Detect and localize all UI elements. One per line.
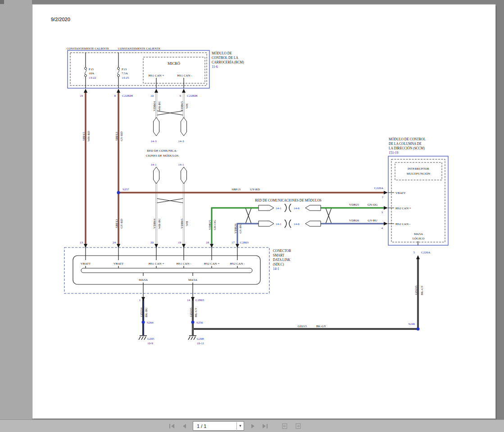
sdlc-pin-label: VBATT <box>81 262 91 266</box>
splice-s264 <box>142 321 145 324</box>
fuse-terminal <box>118 68 120 70</box>
wire-label: SBP13 <box>115 132 118 141</box>
page-number-value: 1 / 1 <box>193 423 236 429</box>
wire-label: SBP15 <box>82 132 86 141</box>
wire-label: VDB26 <box>349 219 359 222</box>
network-label: CIONES DE MÓDULOS <box>146 154 179 158</box>
sdlc-title: SMART <box>273 253 285 257</box>
viewer-canvas: 9/2/2020 CONSTANTEMENTE CALIENTE CONSTAN… <box>0 0 504 419</box>
connector-name: C226A <box>421 251 430 254</box>
bcm-title: CARROCERÍA (BCM) <box>212 60 244 64</box>
next-view-button[interactable] <box>293 422 304 431</box>
fuse-terminal <box>85 68 87 70</box>
fuse-page-ref: 13-25 <box>122 76 129 80</box>
bcm-title: MÓDULO DE <box>212 51 232 55</box>
ground-page-ref: 10-11 <box>197 342 204 345</box>
connector-name: C2280H <box>122 94 133 98</box>
sdlc-pin-label: MASA <box>188 278 197 282</box>
page-ref: 14-3 <box>178 140 184 143</box>
pin-number: 4 <box>381 226 383 230</box>
sdlc-pin-label: HS2 CAN + <box>204 262 220 266</box>
document-date: 9/2/2020 <box>51 17 70 22</box>
wire-color-label: WH <box>185 221 189 226</box>
hot-at-all-times-label: CONSTANTEMENTE CALIENTE <box>118 47 160 50</box>
left-panel-strip <box>0 0 32 419</box>
wire-color-label: GY-RD <box>250 188 259 191</box>
wire-label: GD215 <box>414 285 418 295</box>
previous-view-icon <box>282 423 287 428</box>
wire-color-label: BK-GY <box>420 285 424 295</box>
pin-number: 14 <box>187 298 191 302</box>
page-ref: 14-1 <box>178 163 184 166</box>
corner-square <box>0 0 4 4</box>
pdf-viewer-window: { "viewer": { "date": "9/2/2020", "toolb… <box>0 0 504 432</box>
wire-color-label: GN-OG <box>213 220 217 230</box>
micro-label: MICRÓ <box>168 61 180 66</box>
bcm-hs1-can-plus: HS1 CAN + <box>149 74 164 77</box>
splice-label: S256 <box>196 321 203 324</box>
sccm-title: MÓDULO DE CONTROL <box>389 137 426 141</box>
wire-label: GD215 <box>189 307 193 317</box>
page-number-select[interactable]: 1 / 1 ▾ <box>193 421 244 431</box>
ground-label: G208 <box>197 337 204 341</box>
sccm-title: LA DIRECCIÓN (SCCM) <box>389 146 425 150</box>
sdlc-terminal-bar <box>81 268 252 273</box>
sdlc-title: DATA LINK <box>273 258 291 262</box>
pin-number: 3 <box>381 211 383 214</box>
wire-color-label: WH-RD <box>87 131 91 142</box>
previous-view-button[interactable] <box>279 422 290 431</box>
wire-label: SBP13 <box>232 188 241 191</box>
splice-label: S264 <box>147 321 154 324</box>
pin-number: 9 <box>180 94 182 98</box>
chevron-down-icon: ▾ <box>236 422 244 430</box>
wire-color-label: GN-OG <box>368 203 378 207</box>
pin-number: 8 <box>114 94 116 98</box>
wire-label: SBP13 <box>115 219 118 228</box>
connector-name: C2280B <box>187 94 198 98</box>
last-page-button[interactable] <box>260 422 270 431</box>
pin-number: 10 <box>150 94 154 98</box>
wire-color-label: GY-RD <box>120 131 123 141</box>
fuse-name: F15 <box>89 68 94 71</box>
sdlc-pin-label: HS1 CAN + <box>149 262 164 266</box>
fuse-terminal <box>85 75 87 77</box>
ground-label: G205 <box>147 337 154 341</box>
pin-number: 20 <box>150 241 154 244</box>
wire-label: VDB05 <box>180 101 184 111</box>
connector-name: C226A <box>374 186 383 190</box>
fuse-terminal <box>118 75 120 77</box>
wire-color-label: GY-BU <box>239 224 242 233</box>
fuse-name: F13 <box>122 68 127 71</box>
splice-label: S246 <box>409 322 415 326</box>
sdlc-pin-label: HS1 CAN - <box>176 262 191 266</box>
sdlc-pin-label: MASA <box>139 278 148 282</box>
sdlc-title: (SDLC) <box>273 262 284 266</box>
splice-s246 <box>417 328 420 331</box>
sdlc-pin-label: VBATT <box>114 262 124 266</box>
pin-number: 1 <box>139 298 141 302</box>
next-page-icon <box>251 424 254 428</box>
pin-number: 19 <box>80 94 83 98</box>
sdlc-page-ref: 14-1 <box>273 267 279 271</box>
page-ref: 14-6 <box>294 207 300 210</box>
network-label: RED DE COMUNICACIONES DE MÓDULOS <box>255 198 322 202</box>
hot-at-all-times-label: CONSTANTEMENTE CALIENTE <box>67 47 109 50</box>
wire-color-label: GY-RD <box>120 219 123 228</box>
multifunction-switch-label: MULTIFUNCIÓN <box>407 172 431 176</box>
bcm-hs1-can-minus: HS1 CAN - <box>177 74 192 77</box>
previous-page-button[interactable] <box>180 422 189 431</box>
splice-label: S257 <box>123 188 129 191</box>
next-page-button[interactable] <box>248 422 257 431</box>
sccm-masa-logico: MASA <box>414 232 423 236</box>
ground-page-ref: 10-9 <box>147 342 153 345</box>
first-page-button[interactable] <box>167 422 177 431</box>
pin-number: 19 <box>178 241 182 244</box>
multifunction-switch-label: INTERRUPTOR <box>408 167 429 171</box>
pin-number: 5 <box>413 251 415 254</box>
pin-number: 7 <box>382 196 384 199</box>
page-ref: 14-1 <box>276 222 282 226</box>
pin-number: 24 <box>113 241 116 244</box>
wire-label: GD215 <box>298 324 307 328</box>
fuse-rating: 7.5A <box>122 72 128 75</box>
wire-color-label: GY-BU <box>368 219 377 222</box>
